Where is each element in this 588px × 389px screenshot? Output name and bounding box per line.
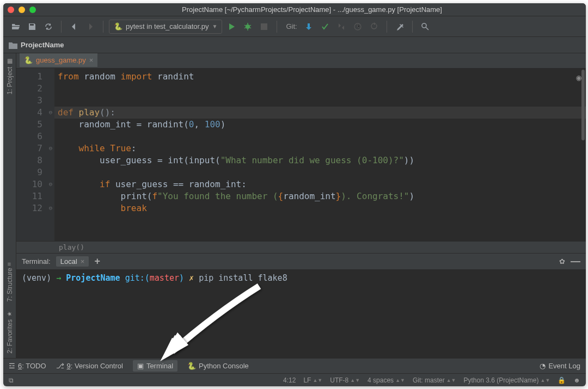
branch-icon: ⎇ (56, 362, 64, 370)
event-log-label: Event Log (548, 362, 580, 370)
status-bar: ⧉ 4:12 LF▲▼ UTF-8▲▼ 4 spaces▲▼ Git: mast… (3, 373, 586, 386)
run-config-label: pytest in test_calculator.py (126, 22, 209, 30)
terminal-icon: ▣ (137, 362, 144, 370)
terminal-header: Terminal: Local × + ✿ — (16, 254, 586, 270)
svg-point-0 (246, 24, 250, 29)
inspection-eye-icon[interactable]: ◉ (576, 72, 581, 84)
minimize-window-button[interactable] (19, 7, 25, 13)
stop-button[interactable] (257, 20, 271, 34)
event-log-button[interactable]: ◔Event Log (540, 362, 580, 370)
git-update-button[interactable] (302, 20, 316, 34)
code-editor[interactable]: 1 2 3 4 5 6 7 8 9 10 11 12 ⊖ ⊖ (16, 69, 586, 241)
terminal-tab-label: Local (60, 257, 77, 265)
svg-point-3 (422, 23, 426, 28)
folder-icon: ▦ (6, 58, 13, 65)
git-history-button[interactable] (351, 20, 365, 34)
terminal-title: Terminal: (22, 257, 51, 265)
project-tool-label: 1: Project (6, 67, 14, 95)
code-lines[interactable]: from random import randint def play(): r… (54, 69, 586, 241)
todo-icon: ☲ (9, 362, 15, 370)
terminal-tool-label: Terminal (146, 362, 173, 370)
left-tool-strip: 1: Project ▦ 7: Structure ≡ 2: Favorites… (3, 53, 16, 358)
git-revert-button[interactable] (367, 20, 381, 34)
version-control-tool-button[interactable]: ⎇9: Version Control (56, 362, 123, 370)
search-button[interactable] (418, 20, 432, 34)
terminal-tool-button[interactable]: ▣Terminal (133, 360, 177, 372)
git-branch-status[interactable]: Git: master▲▼ (413, 376, 456, 384)
indent-setting[interactable]: 4 spaces▲▼ (367, 376, 405, 384)
favorites-tool-label: 2: Favorites (6, 319, 14, 354)
save-button[interactable] (25, 20, 39, 34)
run-config-selector[interactable]: 🐍 pytest in test_calculator.py ▼ (109, 20, 222, 34)
fold-gutter: ⊖ ⊖ ⊖⊖ (47, 69, 54, 241)
forward-button[interactable] (83, 20, 97, 34)
editor-area: 🐍 guess_game.py × 1 2 3 4 5 6 7 8 9 10 (16, 53, 586, 358)
structure-tool-tab[interactable]: 7: Structure ≡ (3, 258, 16, 306)
terminal-tab-local[interactable]: Local × (56, 256, 89, 267)
git-compare-button[interactable] (334, 20, 348, 34)
close-terminal-tab-icon[interactable]: × (81, 257, 85, 265)
file-tabs: 🐍 guess_game.py × (16, 53, 586, 69)
close-window-button[interactable] (8, 7, 14, 13)
python-file-icon: 🐍 (24, 56, 33, 64)
star-icon: ★ (6, 310, 13, 317)
svg-rect-1 (261, 23, 267, 30)
debug-button[interactable] (241, 20, 255, 34)
folder-icon (9, 41, 17, 49)
file-tab-guess-game[interactable]: 🐍 guess_game.py × (20, 53, 97, 68)
python-icon: 🐍 (187, 362, 196, 370)
project-tool-tab[interactable]: 1: Project ▦ (3, 53, 16, 99)
sync-button[interactable] (41, 20, 56, 34)
maximize-window-button[interactable] (29, 7, 36, 13)
bottom-tool-bar: ☲6: TODO ⎇9: Version Control ▣Terminal 🐍… (3, 358, 586, 373)
settings-button[interactable] (393, 20, 407, 34)
window-controls (8, 7, 36, 13)
file-tab-label: guess_game.py (36, 56, 86, 64)
run-button[interactable] (224, 20, 238, 34)
main-area: 1: Project ▦ 7: Structure ≡ 2: Favorites… (3, 53, 586, 358)
pytest-icon: 🐍 (114, 22, 122, 30)
tool-windows-toggle-icon[interactable]: ⧉ (9, 376, 14, 384)
close-tab-button[interactable]: × (89, 56, 94, 64)
code-breadcrumb[interactable]: play() (16, 241, 586, 253)
line-number-gutter: 1 2 3 4 5 6 7 8 9 10 11 12 (16, 69, 47, 241)
favorites-tool-tab[interactable]: 2: Favorites ★ (3, 306, 16, 358)
structure-icon: ≡ (8, 261, 11, 267)
terminal-body[interactable]: (venv) → ProjectName git:(master) ✗ pip … (16, 270, 586, 358)
structure-tool-label: 7: Structure (6, 268, 14, 301)
file-encoding[interactable]: UTF-8▲▼ (330, 376, 360, 384)
back-button[interactable] (67, 20, 81, 34)
window-title: ProjectName [~/PycharmProjects/ProjectNa… (42, 5, 581, 14)
ide-window: ProjectName [~/PycharmProjects/ProjectNa… (3, 3, 586, 386)
inspector-icon[interactable]: ☻ (573, 376, 580, 384)
todo-tool-button[interactable]: ☲6: TODO (9, 362, 46, 370)
new-terminal-button[interactable]: + (94, 256, 100, 267)
chevron-down-icon: ▼ (212, 23, 217, 29)
terminal-panel: Terminal: Local × + ✿ — (venv) → Project… (16, 253, 586, 358)
open-button[interactable] (9, 20, 23, 34)
navigation-bar: ProjectName (3, 37, 586, 53)
python-console-label: Python Console (199, 362, 249, 370)
terminal-settings-icon[interactable]: ✿ (559, 257, 565, 265)
python-interpreter[interactable]: Python 3.6 (ProjectName)▲▼ (463, 376, 550, 384)
hide-terminal-button[interactable]: — (571, 256, 580, 267)
project-name[interactable]: ProjectName (21, 41, 64, 49)
git-label: Git: (286, 22, 297, 30)
current-line-highlight (54, 107, 586, 119)
git-commit-button[interactable] (318, 20, 332, 34)
python-console-tool-button[interactable]: 🐍Python Console (187, 362, 249, 370)
main-toolbar: 🐍 pytest in test_calculator.py ▼ Git: (3, 16, 586, 37)
event-log-icon: ◔ (540, 362, 546, 370)
lock-icon[interactable]: 🔒 (558, 376, 566, 384)
caret-position[interactable]: 4:12 (283, 376, 296, 384)
editor-scrollbar[interactable] (581, 70, 585, 140)
line-separator[interactable]: LF▲▼ (303, 376, 322, 384)
titlebar: ProjectName [~/PycharmProjects/ProjectNa… (3, 3, 586, 16)
